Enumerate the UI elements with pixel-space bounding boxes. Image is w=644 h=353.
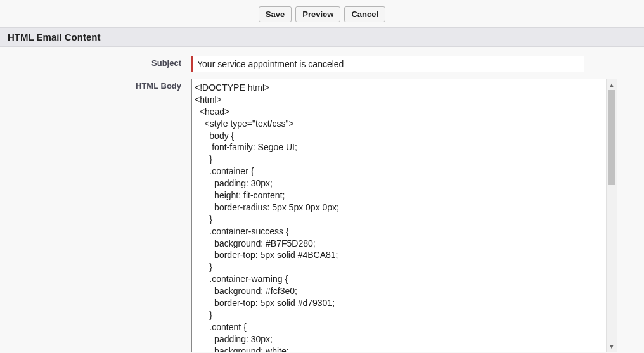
scroll-down-arrow-icon[interactable]: ▼ <box>607 341 617 352</box>
section-title: HTML Email Content <box>8 32 100 42</box>
subject-row: Subject <box>8 56 636 72</box>
html-body-label: HTML Body <box>8 79 191 91</box>
scroll-track[interactable] <box>607 90 617 341</box>
scrollbar[interactable]: ▲ ▼ <box>606 79 617 352</box>
scroll-thumb[interactable] <box>608 90 615 185</box>
save-button[interactable]: Save <box>259 6 292 22</box>
subject-input[interactable] <box>191 56 584 72</box>
preview-button[interactable]: Preview <box>295 6 340 22</box>
html-body-wrapper: ▲ ▼ <box>191 79 617 352</box>
form-area: Subject HTML Body ▲ ▼ <box>0 47 644 353</box>
html-body-textarea[interactable] <box>192 79 606 352</box>
html-body-row: HTML Body ▲ ▼ <box>8 79 636 352</box>
cancel-button[interactable]: Cancel <box>344 6 385 22</box>
section-header: HTML Email Content <box>0 27 644 47</box>
toolbar: Save Preview Cancel <box>0 0 644 27</box>
subject-label: Subject <box>8 56 191 68</box>
scroll-up-arrow-icon[interactable]: ▲ <box>607 79 617 90</box>
